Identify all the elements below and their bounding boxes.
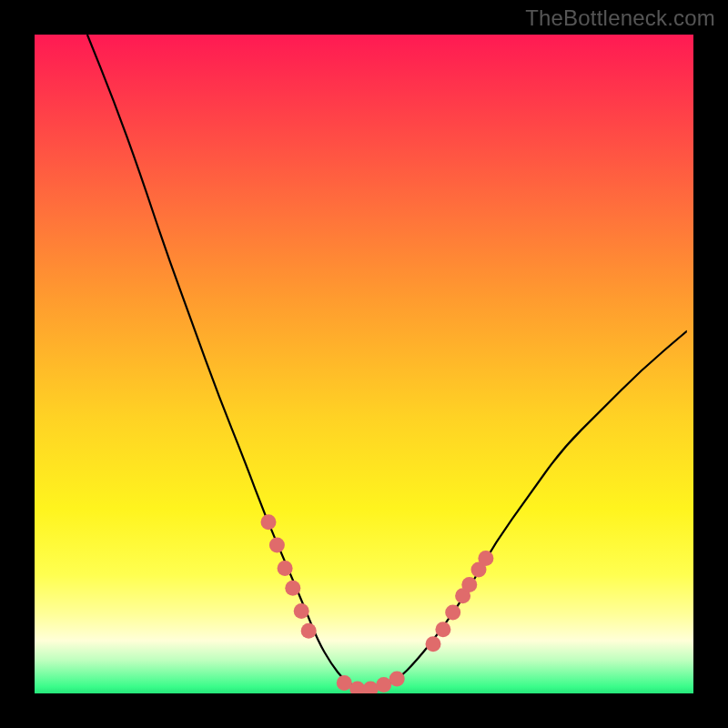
chart-marker-dot bbox=[478, 551, 493, 566]
chart-marker-dot bbox=[285, 581, 300, 596]
chart-marker-dot bbox=[435, 622, 450, 637]
chart-marker-dot bbox=[301, 623, 317, 639]
chart-marker-dot bbox=[376, 677, 391, 693]
chart-marker-dot bbox=[278, 561, 293, 576]
chart-curve bbox=[87, 35, 687, 689]
chart-marker-dot bbox=[261, 514, 277, 530]
chart-marker-dot bbox=[363, 681, 379, 693]
chart-svg-overlay bbox=[35, 35, 693, 693]
chart-marker-dot bbox=[461, 577, 477, 592]
chart-marker-dot bbox=[349, 681, 365, 693]
chart-marker-dot bbox=[389, 672, 405, 687]
chart-marker-dot bbox=[294, 603, 309, 619]
watermark-text: TheBottleneck.com bbox=[525, 5, 715, 31]
chart-marker-dot bbox=[269, 538, 285, 553]
chart-marker-dot bbox=[337, 675, 352, 691]
chart-marker-dot bbox=[445, 604, 460, 620]
chart-marker-dot bbox=[426, 636, 441, 652]
